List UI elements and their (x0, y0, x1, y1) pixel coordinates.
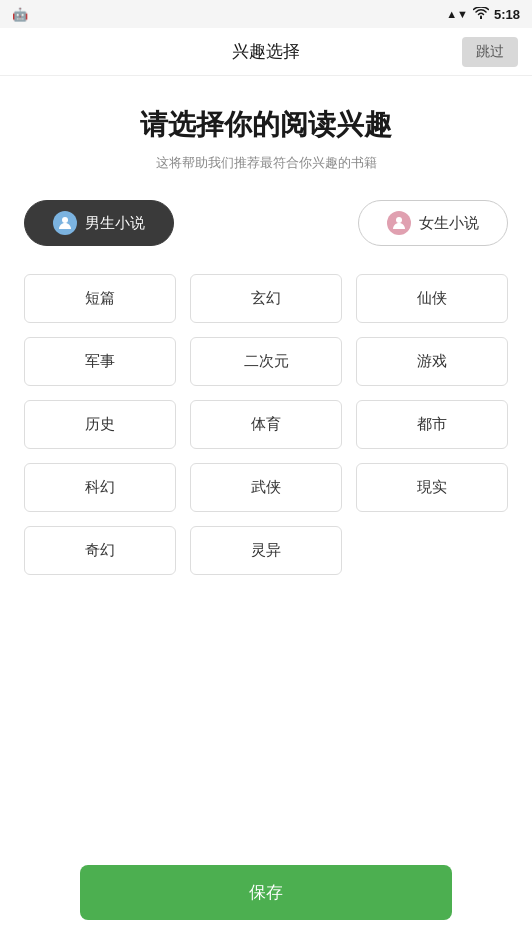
svg-point-0 (62, 217, 68, 223)
svg-point-1 (396, 217, 402, 223)
genre-short[interactable]: 短篇 (24, 274, 176, 323)
skip-button[interactable]: 跳过 (462, 37, 518, 67)
status-right: ▲▼ 5:18 (446, 7, 520, 22)
genre-scifi[interactable]: 科幻 (24, 463, 176, 512)
genre-grid: 短篇 玄幻 仙侠 军事 二次元 游戏 历史 体育 都市 科幻 武侠 現实 奇幻 … (24, 274, 508, 575)
genre-wuxia[interactable]: 武侠 (190, 463, 342, 512)
status-bar: 🤖 ▲▼ 5:18 (0, 0, 532, 28)
save-button[interactable]: 保存 (80, 865, 452, 920)
male-novel-button[interactable]: 男生小说 (24, 200, 174, 246)
gender-selector: 男生小说 女生小说 (24, 200, 508, 246)
nav-bar: 兴趣选择 跳过 (0, 28, 532, 76)
genre-reality[interactable]: 現实 (356, 463, 508, 512)
interest-title: 请选择你的阅读兴趣 (140, 106, 392, 144)
signal-icon: ▲▼ (446, 8, 468, 20)
female-avatar (387, 211, 411, 235)
time-display: 5:18 (494, 7, 520, 22)
status-left: 🤖 (12, 7, 28, 22)
genre-fantasy[interactable]: 奇幻 (24, 526, 176, 575)
genre-xianxia[interactable]: 仙侠 (356, 274, 508, 323)
female-label: 女生小说 (419, 214, 479, 233)
genre-game[interactable]: 游戏 (356, 337, 508, 386)
interest-subtitle: 这将帮助我们推荐最符合你兴趣的书籍 (156, 154, 377, 172)
genre-military[interactable]: 军事 (24, 337, 176, 386)
page-title: 兴趣选择 (232, 40, 300, 63)
wifi-icon (473, 7, 489, 22)
female-novel-button[interactable]: 女生小说 (358, 200, 508, 246)
genre-urban[interactable]: 都市 (356, 400, 508, 449)
main-content: 请选择你的阅读兴趣 这将帮助我们推荐最符合你兴趣的书籍 男生小说 女生小说 (0, 76, 532, 944)
male-label: 男生小说 (85, 214, 145, 233)
genre-sports[interactable]: 体育 (190, 400, 342, 449)
male-avatar (53, 211, 77, 235)
android-icon: 🤖 (12, 7, 28, 22)
genre-horror[interactable]: 灵异 (190, 526, 342, 575)
genre-history[interactable]: 历史 (24, 400, 176, 449)
genre-anime[interactable]: 二次元 (190, 337, 342, 386)
bottom-area: 保存 (0, 849, 532, 944)
genre-xuanhuan[interactable]: 玄幻 (190, 274, 342, 323)
